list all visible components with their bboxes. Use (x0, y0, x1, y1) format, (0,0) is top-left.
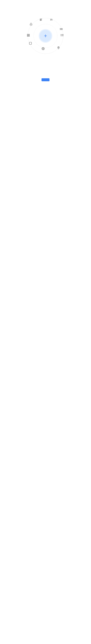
svg-rect-14 (27, 36, 28, 36)
svg-rect-15 (29, 36, 30, 36)
see-all-button[interactable] (42, 78, 49, 81)
svg-rect-16 (29, 42, 32, 44)
svg-point-18 (43, 48, 44, 49)
see-all-section (0, 75, 91, 86)
svg-rect-13 (29, 34, 30, 35)
number-icon: 21 (50, 18, 53, 21)
circle-center-plus: + (40, 30, 51, 42)
svg-point-17 (58, 47, 59, 48)
circle-diagram: 21 + (26, 16, 65, 55)
shop-section (0, 68, 91, 75)
main-title (3, 6, 88, 12)
header-section: 21 + (0, 0, 91, 62)
svg-rect-12 (27, 34, 28, 35)
elements-grid-section (0, 62, 91, 68)
